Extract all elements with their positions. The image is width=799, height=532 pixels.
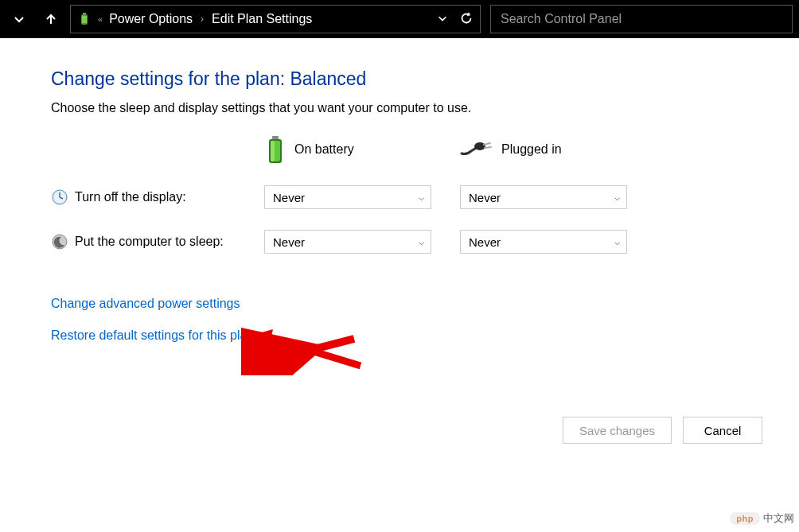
- column-label-plugged: Plugged in: [501, 142, 562, 157]
- restore-defaults-link[interactable]: Restore default settings for this plan: [51, 328, 754, 343]
- display-battery-dropdown[interactable]: Never ⌵: [264, 185, 431, 209]
- breadcrumb-overflow-icon[interactable]: «: [98, 14, 103, 24]
- battery-icon: [264, 134, 286, 165]
- search-box[interactable]: [490, 5, 793, 33]
- button-row: Save changes Cancel: [563, 417, 762, 444]
- column-header-plugged: Plugged in: [460, 141, 627, 158]
- display-plugged-dropdown[interactable]: Never ⌵: [460, 185, 627, 209]
- cancel-button[interactable]: Cancel: [683, 417, 762, 444]
- sleep-plugged-dropdown[interactable]: Never ⌵: [460, 230, 627, 254]
- breadcrumb-separator-icon[interactable]: ›: [201, 14, 204, 25]
- display-icon: [51, 188, 68, 206]
- sleep-battery-dropdown[interactable]: Never ⌵: [264, 230, 431, 254]
- nav-forward-recent[interactable]: [6, 6, 32, 32]
- svg-rect-3: [82, 16, 87, 23]
- search-input[interactable]: [501, 12, 782, 26]
- page-description: Choose the sleep and display settings th…: [51, 101, 754, 115]
- plug-icon: [460, 141, 493, 158]
- svg-line-9: [484, 143, 490, 145]
- svg-line-10: [485, 147, 491, 148]
- column-header-battery: On battery: [264, 134, 439, 165]
- row-sleep-label: Put the computer to sleep:: [51, 233, 264, 250]
- refresh-button[interactable]: [459, 11, 474, 28]
- nav-up-button[interactable]: [38, 6, 64, 32]
- watermark-logo: php: [730, 512, 760, 525]
- address-bar: « Power Options › Edit Plan Settings: [0, 0, 799, 38]
- svg-rect-2: [83, 13, 86, 14]
- chevron-down-icon: ⌵: [419, 236, 424, 247]
- row-display-label: Turn off the display:: [51, 188, 264, 206]
- chevron-down-icon: ⌵: [614, 236, 620, 247]
- address-box[interactable]: « Power Options › Edit Plan Settings: [70, 5, 481, 33]
- main-content: Change settings for the plan: Balanced C…: [0, 38, 799, 343]
- save-button: Save changes: [563, 417, 672, 444]
- page-title: Change settings for the plan: Balanced: [51, 68, 754, 90]
- breadcrumb-power-options[interactable]: Power Options: [109, 12, 193, 26]
- chevron-down-icon: ⌵: [419, 192, 424, 203]
- power-plan-icon: [77, 12, 92, 26]
- advanced-settings-link[interactable]: Change advanced power settings: [51, 297, 754, 311]
- svg-line-16: [249, 339, 354, 366]
- chevron-down-icon: ⌵: [614, 192, 620, 203]
- svg-point-8: [474, 142, 485, 150]
- address-history-dropdown[interactable]: [437, 13, 448, 26]
- watermark-text: 中文网: [763, 511, 794, 526]
- breadcrumb-edit-plan[interactable]: Edit Plan Settings: [212, 12, 312, 26]
- sleep-icon: [51, 233, 68, 250]
- watermark: php 中文网: [730, 511, 794, 526]
- svg-rect-7: [271, 141, 275, 161]
- svg-rect-4: [272, 136, 279, 139]
- column-label-battery: On battery: [294, 142, 354, 157]
